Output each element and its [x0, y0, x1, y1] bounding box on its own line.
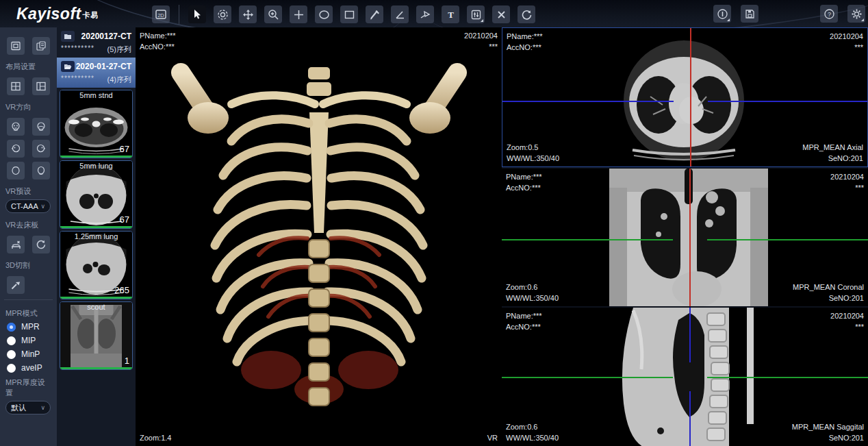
- coronal-crosshair-vertical[interactable]: [689, 169, 691, 307]
- mpr-coronal-viewport[interactable]: PName:***AccNO:*** 20210204*** Zoom:0.6W…: [502, 169, 868, 307]
- mpr-zoom: Zoom:0.5: [507, 142, 559, 153]
- head-posterior-button[interactable]: [32, 118, 50, 136]
- remove-bed-button[interactable]: [7, 236, 25, 253]
- head-right-button[interactable]: [32, 140, 50, 158]
- layout-settings-label: 布局设置: [0, 59, 57, 73]
- report-layout-button[interactable]: [32, 37, 50, 55]
- head-left-button[interactable]: [7, 140, 25, 158]
- target-icon: [217, 9, 229, 21]
- delete-annotation-button[interactable]: [492, 5, 510, 23]
- study-series-count: (4)序列: [107, 75, 131, 85]
- vr-overlay-topleft: PName:*** AccNO:***: [140, 30, 176, 52]
- vr-pname: PName:***: [140, 30, 176, 41]
- study-title: 20200127-CT: [81, 32, 131, 41]
- head-anterior-icon: [10, 121, 21, 132]
- reset-vr-button[interactable]: [32, 236, 50, 253]
- mpr-pname: PName:***: [506, 171, 542, 182]
- radio-mip[interactable]: MIP: [0, 334, 57, 347]
- axial-crosshair-horizontal-right[interactable]: [708, 101, 867, 102]
- select-cursor-button[interactable]: [188, 5, 206, 23]
- window-target-button[interactable]: [214, 5, 231, 23]
- svg-text:?: ?: [827, 11, 830, 18]
- crosshair-icon: [293, 9, 305, 21]
- cut-3d-label: 3D切割: [0, 258, 57, 272]
- help-button[interactable]: ?: [820, 5, 838, 23]
- coronal-crosshair-horizontal-right[interactable]: [707, 239, 868, 240]
- cut-knife-button[interactable]: [7, 276, 25, 294]
- series-thumbnail-5mm-lung[interactable]: 5mm lung 67: [60, 160, 133, 229]
- mpr-sagittal-viewport[interactable]: PName:***AccNO:*** 20210204*** Zoom:0.6W…: [502, 308, 868, 446]
- left-panel-layout-button[interactable]: [32, 77, 50, 95]
- save-icon: [744, 8, 756, 20]
- coronal-slice-image: [609, 169, 768, 307]
- cut-row: [0, 276, 57, 294]
- thumbnail-image-number: 67: [120, 144, 129, 154]
- sagittal-crosshair-vertical-top[interactable]: [689, 308, 691, 362]
- series-thumbnail-scout[interactable]: scout 1: [60, 301, 133, 370]
- radio-mpr[interactable]: MPR: [0, 320, 57, 334]
- radio-minp[interactable]: MinP: [0, 347, 57, 361]
- rect-roi-button[interactable]: [340, 5, 358, 23]
- vr-direction-row-3: [0, 162, 57, 179]
- axial-crosshair-horizontal-left[interactable]: [502, 101, 674, 102]
- head-inferior-button[interactable]: [32, 162, 50, 179]
- series-thumbnail-5mm-stnd[interactable]: 5mm stnd 67: [60, 90, 133, 158]
- vr-preset-value: CT-AAA: [11, 202, 38, 210]
- angle-measure-button[interactable]: [391, 5, 409, 23]
- arrow-annotate-button[interactable]: [416, 5, 434, 23]
- single-layout-button[interactable]: [7, 37, 25, 55]
- pan-icon: [242, 9, 254, 21]
- coronal-crosshair-horizontal-left[interactable]: [502, 239, 673, 240]
- mpr-axial-viewport[interactable]: PName:***AccNO:*** 20210204*** Zoom:0.5W…: [502, 27, 868, 167]
- mpr-zoom: Zoom:0.6: [506, 421, 559, 432]
- folder-open-icon: [61, 61, 75, 72]
- grid-2x2-layout-button[interactable]: [7, 77, 25, 95]
- radio-aveip[interactable]: aveIP: [0, 361, 57, 375]
- ruler-pencil-icon: [369, 9, 381, 21]
- thumbnail-image-number: 1: [125, 356, 129, 366]
- study-title: 2020-01-27-CT: [76, 62, 131, 71]
- vr-direction-row-2: [0, 140, 57, 158]
- sagittal-crosshair-vertical-bottom[interactable]: [689, 391, 691, 446]
- length-measure-button[interactable]: [366, 5, 383, 23]
- study-item-1[interactable]: 20200127-CT ********** (5)序列: [57, 27, 136, 58]
- head-superior-button[interactable]: [7, 162, 25, 179]
- vr-preset-select[interactable]: CT-AAA ∨: [5, 199, 51, 213]
- x-icon: [496, 10, 507, 20]
- mpr-date: 20210204: [830, 310, 864, 321]
- sagittal-crosshair-horizontal-left[interactable]: [502, 377, 673, 378]
- ellipse-icon: [318, 9, 330, 21]
- zoom-in-button[interactable]: [264, 5, 282, 23]
- study-item-2-selected[interactable]: 2020-01-27-CT ********** (4)序列: [57, 58, 136, 88]
- radio-label: aveIP: [21, 363, 42, 373]
- help-icon: ?: [824, 8, 835, 20]
- save-button[interactable]: [741, 5, 758, 23]
- vr-accno: AccNO:***: [140, 41, 176, 52]
- mpr-stars: ***: [830, 42, 863, 53]
- axial-crosshair-vertical[interactable]: [690, 28, 691, 166]
- settings-button[interactable]: [847, 5, 865, 23]
- text-annotate-button[interactable]: T: [442, 5, 459, 23]
- left-panel-layout-icon: [36, 81, 47, 92]
- thumbnail-label: 5mm stnd: [60, 91, 132, 99]
- window-level-button[interactable]: [467, 5, 485, 23]
- head-anterior-button[interactable]: [7, 118, 25, 136]
- info-button[interactable]: [713, 5, 731, 23]
- 2d-view-button[interactable]: 2D: [152, 5, 170, 23]
- pan-button[interactable]: [239, 5, 257, 23]
- thumbnail-progress-bar: [60, 297, 132, 299]
- reset-vr-icon: [36, 239, 47, 250]
- mpr-thickness-select[interactable]: 默认 ∨: [5, 401, 51, 414]
- sagittal-crosshair-horizontal-right[interactable]: [707, 377, 868, 378]
- remove-bed-icon: [10, 239, 22, 251]
- mpr-plane-label: MPR_MEAN Axial: [802, 142, 863, 153]
- vr-viewport[interactable]: PName:*** AccNO:*** 20210204 *** Zoom:1.…: [136, 27, 502, 446]
- mpr-column: PName:***AccNO:*** 20210204*** Zoom:0.5W…: [502, 27, 868, 446]
- series-thumbnail-125mm-lung[interactable]: 1.25mm lung 265: [60, 231, 133, 299]
- thumbnail-progress-bar: [60, 226, 132, 228]
- head-inferior-icon: [36, 165, 47, 176]
- crosshair-button[interactable]: [290, 5, 307, 23]
- ellipse-roi-button[interactable]: [315, 5, 333, 23]
- reset-view-button[interactable]: [518, 5, 535, 23]
- vr-bed-label: VR去床板: [0, 217, 57, 232]
